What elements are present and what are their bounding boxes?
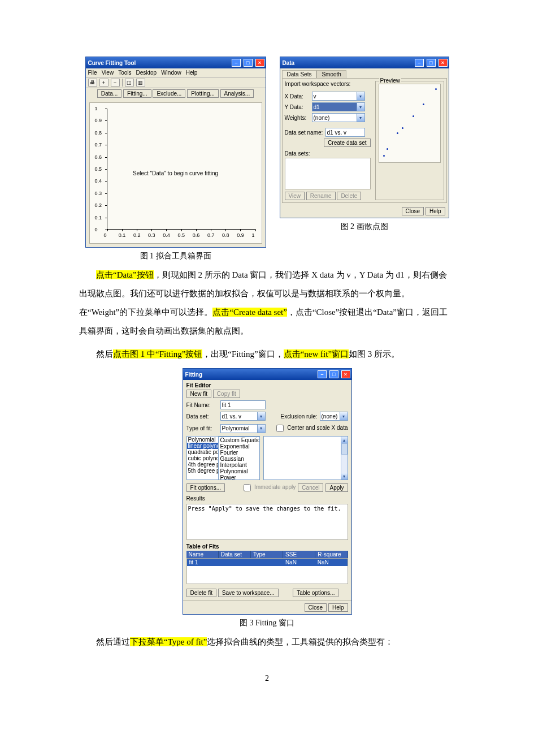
dsname-input[interactable] (325, 128, 365, 137)
hl-click: 点击 (96, 270, 113, 279)
xdata-label: X Data: (285, 93, 312, 100)
plot-area: 00.10.20.30.40.50.60.70.80.9100.10.20.30… (89, 102, 262, 244)
ydata-select[interactable]: d1 (312, 102, 365, 111)
fit-editor-label: Fit Editor (183, 380, 351, 388)
dsname-label: Data set name: (285, 129, 325, 136)
plot-placeholder-text: Select "Data" to begin curve fitting (133, 170, 218, 176)
save-workspace-button[interactable]: Save to workspace... (218, 589, 279, 597)
curve-fitting-tool-window: Curve Fitting Tool – □ × File View Tools… (85, 57, 266, 248)
scatter-point (383, 155, 385, 157)
immediate-apply-checkbox[interactable]: Immediate apply (241, 482, 296, 493)
exclude-button[interactable]: Exclude... (153, 89, 185, 98)
tabs: Data Sets Smooth (282, 70, 447, 78)
close-icon[interactable]: × (341, 370, 350, 378)
figure2-caption: 图 2 画散点图 (341, 222, 388, 232)
hl-new-fit: 点击“new fit”窗口 (284, 349, 349, 358)
menu-tools[interactable]: Tools (118, 70, 131, 76)
layout-a-icon[interactable]: ◫ (125, 79, 134, 87)
results-label: Results (183, 494, 351, 503)
cancel-button[interactable]: Cancel (298, 483, 323, 492)
create-data-set-button[interactable]: Create data set (324, 139, 370, 147)
rename-button[interactable]: Rename (306, 192, 336, 200)
typefit-select[interactable]: Polynomial (220, 424, 266, 433)
print-icon[interactable]: 🖶 (88, 79, 97, 87)
poly-list[interactable]: Polynomial linear polynom quadratic poly… (186, 436, 260, 480)
maximize-icon[interactable]: □ (329, 370, 338, 378)
typefit-label: Type of fit: (186, 425, 218, 431)
maximize-icon[interactable]: □ (427, 59, 436, 67)
tab-smooth[interactable]: Smooth (316, 70, 346, 78)
zoom-in-icon[interactable]: + (99, 79, 108, 87)
table-row[interactable]: fit 1 NaN NaN (187, 559, 348, 566)
delete-button[interactable]: Delete (337, 192, 361, 200)
help-button[interactable]: Help (328, 603, 348, 612)
new-fit-button[interactable]: New fit (186, 390, 212, 398)
minimize-icon[interactable]: – (415, 59, 424, 67)
delete-fit-button[interactable]: Delete fit (186, 589, 216, 597)
data-button[interactable]: Data... (97, 89, 121, 98)
data-sets-label: Data sets: (285, 150, 371, 157)
plotting-button[interactable]: Plotting... (187, 89, 219, 98)
minimize-icon[interactable]: – (232, 59, 241, 67)
figure3-caption: 图 3 Fitting 窗口 (240, 618, 294, 628)
fit-options-list[interactable]: ▴ ▾ (263, 436, 348, 480)
page-number: 2 (79, 674, 455, 683)
table-of-fits-label: Table of Fits (183, 541, 351, 550)
xdata-select[interactable]: v (312, 92, 365, 101)
preview-scatter (379, 84, 441, 163)
window-titlebar[interactable]: Curve Fitting Tool – □ × (86, 57, 266, 68)
hl-create-dataset: 点击“Create data set” (212, 308, 287, 317)
zoom-out-icon[interactable]: − (111, 79, 120, 87)
menu-help[interactable]: Help (186, 70, 198, 76)
table-options-button[interactable]: Table options... (293, 589, 338, 597)
copy-fit-button[interactable]: Copy fit (213, 390, 240, 398)
tab-data-sets[interactable]: Data Sets (282, 70, 317, 78)
scrollbar[interactable]: ▴ ▾ (341, 437, 348, 479)
exclusion-select[interactable]: (none) (320, 412, 348, 421)
window-titlebar[interactable]: Fitting – □ × (183, 369, 351, 380)
data-dialog-window: Data – □ × Data Sets Smooth Import works… (280, 57, 449, 218)
close-button[interactable]: Close (305, 603, 327, 612)
minimize-icon[interactable]: – (318, 370, 327, 378)
results-box: Press "Apply" to save the changes to the… (186, 504, 348, 540)
fitting-window: Fitting – □ × Fit Editor New fit Copy fi… (183, 368, 352, 615)
close-icon[interactable]: × (255, 59, 264, 67)
weights-label: Weights: (285, 115, 312, 121)
scroll-down-icon[interactable]: ▾ (341, 473, 348, 479)
menu-file[interactable]: File (88, 70, 97, 76)
menu-desktop[interactable]: Desktop (136, 70, 157, 76)
preview-group-label: Preview (379, 77, 402, 84)
fitting-button[interactable]: Fitting... (123, 89, 151, 98)
close-icon[interactable]: × (439, 59, 448, 67)
view-button[interactable]: View (285, 192, 305, 200)
top-figure-row: Curve Fitting Tool – □ × File View Tools… (79, 57, 455, 261)
tof-header: Name Data set Type SSE R-square (186, 551, 348, 558)
dataset-select[interactable]: d1 vs. v (220, 412, 266, 421)
fitname-label: Fit Name: (186, 402, 218, 408)
scroll-up-icon[interactable]: ▴ (341, 437, 348, 443)
help-button[interactable]: Help (426, 207, 445, 215)
window-titlebar[interactable]: Data – □ × (280, 57, 449, 68)
analysis-button[interactable]: Analysis... (220, 89, 254, 98)
close-button[interactable]: Close (402, 207, 424, 215)
weights-select[interactable]: (none) (312, 113, 365, 122)
dataset-label: Data set: (186, 413, 218, 420)
figure-1: Curve Fitting Tool – □ × File View Tools… (85, 57, 266, 261)
center-scale-checkbox[interactable]: Center and scale X data (274, 423, 348, 434)
fitname-input[interactable] (220, 400, 266, 409)
layout-b-icon[interactable]: ▥ (136, 79, 145, 87)
maximize-icon[interactable]: □ (244, 59, 253, 67)
scatter-point (387, 148, 388, 150)
paragraph-3: 然后通过下拉菜单“Type of fit”选择拟合曲线的类型，工具箱提供的拟合类… (79, 633, 455, 651)
menu-view[interactable]: View (102, 70, 114, 76)
menubar[interactable]: File View Tools Desktop Window Help (86, 68, 266, 77)
data-sets-list[interactable] (285, 158, 371, 189)
scroll-thumb[interactable] (341, 443, 348, 455)
figure1-caption: 图 1 拟合工具箱界面 (140, 251, 211, 261)
paragraph-2: 然后点击图 1 中“Fitting”按钮，出现“Fitting”窗口，点击“ne… (79, 345, 455, 364)
menu-window[interactable]: Window (161, 70, 181, 76)
button-row: Data... Fitting... Exclude... Plotting..… (86, 88, 266, 99)
typefit-dropdown[interactable]: Custom Equations Exponential Fourier Gau… (218, 437, 260, 480)
apply-button[interactable]: Apply (325, 483, 348, 492)
fit-options-button[interactable]: Fit options... (186, 483, 225, 492)
